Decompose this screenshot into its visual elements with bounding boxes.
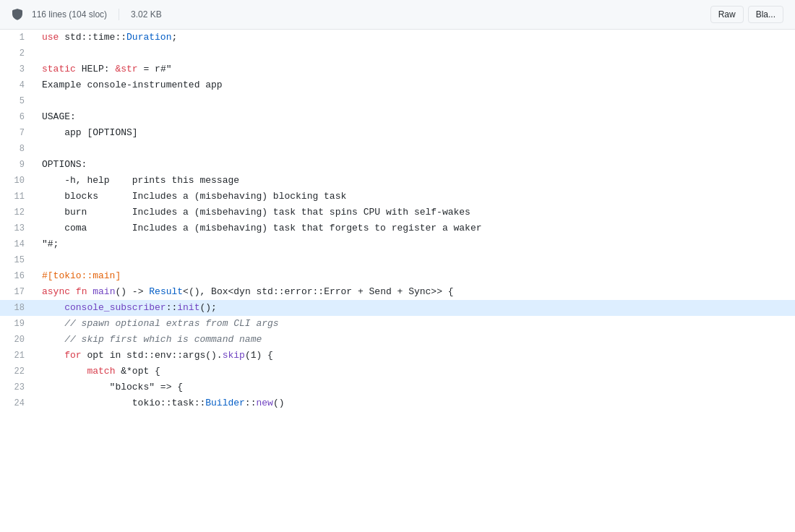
- line-count: 116 lines (104 sloc): [32, 9, 107, 20]
- table-row: 23 "blocks" => {: [0, 379, 795, 395]
- line-number[interactable]: 9: [0, 157, 36, 173]
- table-row: 15: [0, 252, 795, 268]
- line-number[interactable]: 19: [0, 316, 36, 332]
- table-row: 7 app [OPTIONS]: [0, 125, 795, 141]
- line-number[interactable]: 7: [0, 125, 36, 141]
- table-row: 8: [0, 141, 795, 157]
- line-content: Example console-instrumented app: [36, 77, 795, 93]
- line-content: burn Includes a (misbehaving) task that …: [36, 205, 795, 220]
- line-content: #[tokio::main]: [36, 268, 795, 284]
- table-row: 10 -h, help prints this message: [0, 173, 795, 189]
- table-row: 12 burn Includes a (misbehaving) task th…: [0, 205, 795, 220]
- raw-button[interactable]: Raw: [710, 6, 744, 23]
- line-number[interactable]: 6: [0, 109, 36, 125]
- line-number[interactable]: 13: [0, 220, 36, 236]
- file-info: 116 lines (104 sloc) 3.02 KB: [12, 9, 162, 20]
- line-content: "#;: [36, 236, 795, 252]
- line-content: async fn main() -> Result<(), Box<dyn st…: [36, 284, 795, 300]
- line-number[interactable]: 1: [0, 30, 36, 46]
- table-row: 3static HELP: &str = r#": [0, 61, 795, 77]
- line-number[interactable]: 2: [0, 46, 36, 61]
- line-content: app [OPTIONS]: [36, 125, 795, 141]
- table-row: 2: [0, 46, 795, 61]
- line-number[interactable]: 15: [0, 252, 36, 268]
- table-row: 17async fn main() -> Result<(), Box<dyn …: [0, 284, 795, 300]
- code-view: 1use std::time::Duration;2 3static HELP:…: [0, 30, 795, 411]
- file-header: 116 lines (104 sloc) 3.02 KB Raw Bla...: [0, 0, 795, 30]
- divider: [119, 9, 119, 20]
- file-size: 3.02 KB: [131, 9, 162, 20]
- line-content: USAGE:: [36, 109, 795, 125]
- line-content: OPTIONS:: [36, 157, 795, 173]
- line-number[interactable]: 23: [0, 379, 36, 395]
- line-number[interactable]: 17: [0, 284, 36, 300]
- line-content: tokio::task::Builder::new(): [36, 395, 795, 411]
- table-row: 20 // skip first which is command name: [0, 332, 795, 348]
- line-content: "blocks" => {: [36, 379, 795, 395]
- blame-button[interactable]: Bla...: [748, 6, 783, 23]
- line-content: console_subscriber::init();: [36, 300, 795, 316]
- line-content: -h, help prints this message: [36, 173, 795, 189]
- line-content: [36, 46, 795, 61]
- line-content: static HELP: &str = r#": [36, 61, 795, 77]
- line-number[interactable]: 22: [0, 364, 36, 379]
- line-content: // spawn optional extras from CLI args: [36, 316, 795, 332]
- table-row: 24 tokio::task::Builder::new(): [0, 395, 795, 411]
- line-number[interactable]: 14: [0, 236, 36, 252]
- file-actions: Raw Bla...: [710, 6, 783, 23]
- line-number[interactable]: 12: [0, 205, 36, 220]
- line-number[interactable]: 8: [0, 141, 36, 157]
- line-number[interactable]: 11: [0, 189, 36, 205]
- table-row: 19 // spawn optional extras from CLI arg…: [0, 316, 795, 332]
- table-row: 6USAGE:: [0, 109, 795, 125]
- table-row: 22 match &*opt {: [0, 364, 795, 379]
- line-content: use std::time::Duration;: [36, 30, 795, 46]
- table-row: 16#[tokio::main]: [0, 268, 795, 284]
- code-table: 1use std::time::Duration;2 3static HELP:…: [0, 30, 795, 411]
- line-number[interactable]: 24: [0, 395, 36, 411]
- line-number[interactable]: 20: [0, 332, 36, 348]
- line-content: blocks Includes a (misbehaving) blocking…: [36, 189, 795, 205]
- line-content: for opt in std::env::args().skip(1) {: [36, 348, 795, 364]
- line-content: match &*opt {: [36, 364, 795, 379]
- table-row: 18 console_subscriber::init();: [0, 300, 795, 316]
- table-row: 13 coma Includes a (misbehaving) task th…: [0, 220, 795, 236]
- shield-icon: [12, 9, 23, 20]
- table-row: 21 for opt in std::env::args().skip(1) {: [0, 348, 795, 364]
- table-row: 11 blocks Includes a (misbehaving) block…: [0, 189, 795, 205]
- table-row: 1use std::time::Duration;: [0, 30, 795, 46]
- line-number[interactable]: 18: [0, 300, 36, 316]
- line-number[interactable]: 5: [0, 93, 36, 109]
- table-row: 14"#;: [0, 236, 795, 252]
- line-number[interactable]: 4: [0, 77, 36, 93]
- line-number[interactable]: 21: [0, 348, 36, 364]
- line-content: [36, 252, 795, 268]
- table-row: 5: [0, 93, 795, 109]
- table-row: 9OPTIONS:: [0, 157, 795, 173]
- table-row: 4Example console-instrumented app: [0, 77, 795, 93]
- line-number[interactable]: 16: [0, 268, 36, 284]
- line-number[interactable]: 3: [0, 61, 36, 77]
- line-content: coma Includes a (misbehaving) task that …: [36, 220, 795, 236]
- line-content: [36, 141, 795, 157]
- line-content: [36, 93, 795, 109]
- line-number[interactable]: 10: [0, 173, 36, 189]
- line-content: // skip first which is command name: [36, 332, 795, 348]
